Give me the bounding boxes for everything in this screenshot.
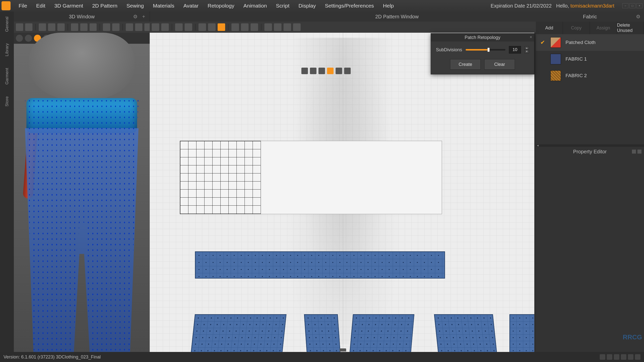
menu-display[interactable]: Display: [294, 3, 320, 9]
tool2d-paste-icon[interactable]: [185, 23, 192, 31]
view2d-4-icon[interactable]: [327, 68, 334, 74]
tool2d-trace-icon[interactable]: [208, 23, 216, 31]
viewport-3d[interactable]: [14, 33, 150, 352]
tool2d-notch-icon[interactable]: [241, 23, 249, 31]
pattern-piece-3[interactable]: [349, 314, 414, 352]
tool-snap-icon[interactable]: [135, 23, 142, 31]
menu-settings[interactable]: Settings/Preferences: [320, 3, 378, 9]
status-icon-4[interactable]: [621, 354, 626, 360]
tool2d-copy-icon[interactable]: [175, 23, 183, 31]
menu-sewing[interactable]: Sewing: [122, 3, 148, 9]
tool2d-active-icon[interactable]: [218, 23, 225, 31]
pattern-piece-5[interactable]: [509, 314, 536, 352]
status-icon-6[interactable]: [635, 354, 640, 360]
status-icon-2[interactable]: [607, 354, 612, 360]
menu-help[interactable]: Help: [378, 3, 398, 9]
tool2d-select-icon[interactable]: [152, 23, 159, 31]
tool2d-grid-icon[interactable]: [264, 23, 272, 31]
view2d-3-icon[interactable]: [318, 68, 325, 74]
fabric-item-patched[interactable]: ✔ Patched Cloth: [536, 34, 644, 51]
menu-3d-garment[interactable]: 3D Garment: [50, 3, 88, 9]
fabric-item-2[interactable]: FABRIC 2: [536, 67, 644, 84]
tab-fabric-settings-icon[interactable]: ⚙: [636, 14, 640, 20]
create-button[interactable]: Create: [450, 59, 481, 70]
dialog-close-icon[interactable]: ×: [530, 35, 532, 39]
menu-avatar[interactable]: Avatar: [179, 3, 203, 9]
tool-align-icon[interactable]: [71, 23, 78, 31]
tool2d-dart-icon[interactable]: [231, 23, 239, 31]
window-minimize-icon[interactable]: –: [622, 3, 628, 8]
window-maximize-icon[interactable]: □: [629, 3, 635, 8]
viewport-resize-handle-icon[interactable]: [340, 348, 346, 351]
hello-label: Hello,: [556, 3, 569, 9]
tab-3d-window[interactable]: 3D Window + ⚙: [14, 12, 150, 22]
tab-3d-settings-icon[interactable]: ⚙: [133, 14, 138, 20]
tool-rotate-icon[interactable]: [80, 23, 88, 31]
pattern-piece-2[interactable]: [304, 314, 341, 352]
rail-store[interactable]: Store: [5, 94, 10, 109]
tool-edit-icon[interactable]: [48, 23, 55, 31]
patch-retopology-dialog: Patch Retopology × SubDivisions 10 ▲▼ Cr…: [431, 33, 534, 74]
tool-pin-icon[interactable]: [39, 23, 46, 31]
tool-measure-icon[interactable]: [103, 23, 110, 31]
viewport-2d[interactable]: [150, 33, 536, 352]
tab-fabric[interactable]: Fabric ⚙: [536, 12, 644, 22]
shade-1-icon[interactable]: [16, 35, 23, 42]
menu-edit[interactable]: Edit: [32, 3, 50, 9]
toolbar-3d: [14, 22, 154, 33]
property-editor-title: Property Editor: [573, 149, 607, 155]
tool2d-extra-icon[interactable]: [284, 23, 291, 31]
pattern-piece-4[interactable]: [434, 314, 498, 352]
tool-tape-icon[interactable]: [112, 23, 119, 31]
username-link[interactable]: tomisackmann3dart: [570, 3, 614, 9]
menu-script[interactable]: Script: [271, 3, 294, 9]
status-icon-1[interactable]: [600, 354, 605, 360]
menu-file[interactable]: File: [14, 3, 32, 9]
tool2d-ruler-icon[interactable]: [274, 23, 281, 31]
menu-retopology[interactable]: Retopology: [203, 3, 239, 9]
tool2d-edit-icon[interactable]: [161, 23, 169, 31]
status-icon-5[interactable]: [628, 354, 633, 360]
fabric-delete-button[interactable]: Delete Unused: [617, 22, 644, 34]
subdivisions-value[interactable]: 10: [509, 46, 521, 54]
subdivisions-spinner[interactable]: ▲▼: [525, 46, 529, 53]
pattern-piece-1[interactable]: [190, 314, 286, 352]
pattern-panel-retopo-grid[interactable]: [180, 141, 261, 214]
clear-button[interactable]: Clear: [484, 59, 515, 70]
view2d-6-icon[interactable]: [344, 68, 351, 74]
tool-select-icon[interactable]: [16, 23, 23, 31]
dialog-titlebar[interactable]: Patch Retopology ×: [431, 33, 534, 41]
status-icon-3[interactable]: [614, 354, 619, 360]
fabric-item-label: FABRIC 1: [566, 56, 587, 62]
tool-sew-icon[interactable]: [57, 23, 65, 31]
shade-2-icon[interactable]: [25, 35, 32, 42]
view2d-1-icon[interactable]: [301, 68, 308, 74]
menu-2d-pattern[interactable]: 2D Pattern: [88, 3, 122, 9]
rail-garment[interactable]: Garment: [5, 65, 10, 87]
view2d-5-icon[interactable]: [336, 68, 342, 74]
rail-general[interactable]: General: [5, 14, 10, 34]
tool-grid-icon[interactable]: [126, 23, 133, 31]
window-close-icon[interactable]: ×: [636, 3, 642, 8]
tool2d-seam-icon[interactable]: [251, 23, 258, 31]
fabric-add-button[interactable]: Add: [536, 22, 563, 34]
fabric-copy-button[interactable]: Copy: [563, 22, 590, 34]
tab-3d-add-icon[interactable]: +: [142, 14, 145, 20]
menu-materials[interactable]: Materials: [148, 3, 179, 9]
prop-pop-icon[interactable]: [632, 150, 636, 154]
panel-divider[interactable]: ◂: [536, 144, 644, 146]
tool2d-cut-icon[interactable]: [198, 23, 206, 31]
menu-animation[interactable]: Animation: [239, 3, 271, 9]
rail-library[interactable]: Library: [5, 41, 10, 59]
status-view-icons: [600, 354, 640, 360]
pattern-waistband-strip[interactable]: [195, 251, 445, 279]
fabric-assign-button[interactable]: Assign: [590, 22, 617, 34]
tool-move-icon[interactable]: [25, 23, 32, 31]
tool2d-more-icon[interactable]: [293, 23, 301, 31]
property-editor-header[interactable]: Property Editor: [536, 146, 644, 157]
fabric-item-1[interactable]: FABRIC 1: [536, 51, 644, 67]
tool-flip-icon[interactable]: [90, 23, 97, 31]
subdivisions-slider[interactable]: [466, 49, 505, 51]
view2d-2-icon[interactable]: [310, 68, 316, 74]
prop-close-icon[interactable]: [637, 150, 641, 154]
